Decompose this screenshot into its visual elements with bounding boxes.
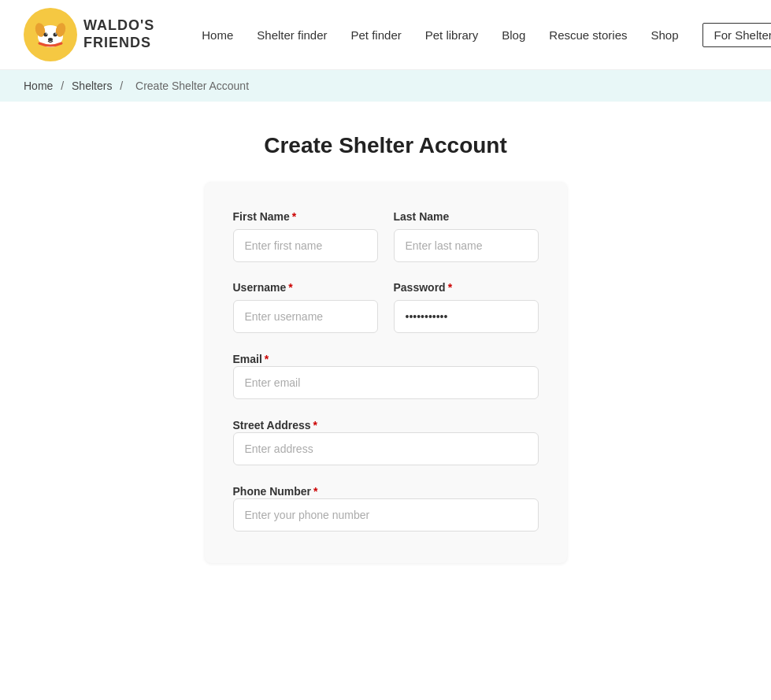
email-required: * xyxy=(265,353,269,365)
email-label: Email* xyxy=(233,353,269,365)
username-label: Username* xyxy=(233,281,378,294)
breadcrumb-shelters[interactable]: Shelters xyxy=(72,80,112,92)
username-required: * xyxy=(288,281,292,294)
svg-point-5 xyxy=(48,38,53,41)
phone-number-label: Phone Number* xyxy=(233,485,318,498)
header: Waldo's Friends Home Shelter finder Pet … xyxy=(0,0,771,70)
logo-text: Waldo's Friends xyxy=(83,17,154,51)
nav-home[interactable]: Home xyxy=(202,28,233,42)
street-address-input[interactable] xyxy=(233,432,539,465)
street-address-section: Street Address* xyxy=(233,418,539,465)
street-address-label: Street Address* xyxy=(233,419,318,431)
first-name-label: First Name* xyxy=(233,210,378,223)
phone-number-input[interactable] xyxy=(233,498,539,531)
first-name-required: * xyxy=(292,210,296,223)
breadcrumb-sep2: / xyxy=(120,80,126,92)
logo[interactable]: Waldo's Friends xyxy=(24,8,154,61)
nav-blog[interactable]: Blog xyxy=(502,28,525,42)
email-section: Email* xyxy=(233,352,539,399)
password-group: Password* xyxy=(394,281,539,333)
breadcrumb: Home / Shelters / Create Shelter Account xyxy=(0,70,771,102)
breadcrumb-home[interactable]: Home xyxy=(24,80,53,92)
address-required: * xyxy=(313,419,317,431)
main-nav: Home Shelter finder Pet finder Pet libra… xyxy=(202,23,771,47)
password-input[interactable] xyxy=(394,300,539,333)
create-shelter-form: First Name* Last Name Username* xyxy=(205,182,567,563)
nav-pet-library[interactable]: Pet library xyxy=(425,28,479,42)
main-content: Create Shelter Account First Name* Last … xyxy=(0,102,771,594)
email-input[interactable] xyxy=(233,366,539,399)
credentials-row: Username* Password* xyxy=(233,281,539,333)
username-group: Username* xyxy=(233,281,378,333)
nav-rescue-stories[interactable]: Rescue stories xyxy=(549,28,627,42)
svg-point-3 xyxy=(44,33,48,37)
username-input[interactable] xyxy=(233,300,378,333)
breadcrumb-sep1: / xyxy=(61,80,67,92)
nav-shelter-finder[interactable]: Shelter finder xyxy=(257,28,327,42)
svg-point-6 xyxy=(46,33,47,35)
phone-number-section: Phone Number* xyxy=(233,484,539,531)
svg-point-4 xyxy=(54,33,57,37)
nav-for-shelters[interactable]: For Shelters xyxy=(702,23,771,47)
first-name-input[interactable] xyxy=(233,229,378,262)
breadcrumb-current: Create Shelter Account xyxy=(135,80,249,92)
phone-required: * xyxy=(313,485,317,498)
nav-pet-finder[interactable]: Pet finder xyxy=(351,28,402,42)
last-name-group: Last Name xyxy=(394,210,539,262)
first-name-group: First Name* xyxy=(233,210,378,262)
logo-icon xyxy=(24,8,77,61)
page-title: Create Shelter Account xyxy=(264,133,507,158)
last-name-input[interactable] xyxy=(394,229,539,262)
nav-shop[interactable]: Shop xyxy=(651,28,679,42)
name-row: First Name* Last Name xyxy=(233,210,539,262)
password-required: * xyxy=(448,281,452,294)
svg-point-7 xyxy=(55,33,57,35)
last-name-label: Last Name xyxy=(394,210,539,223)
password-label: Password* xyxy=(394,281,539,294)
